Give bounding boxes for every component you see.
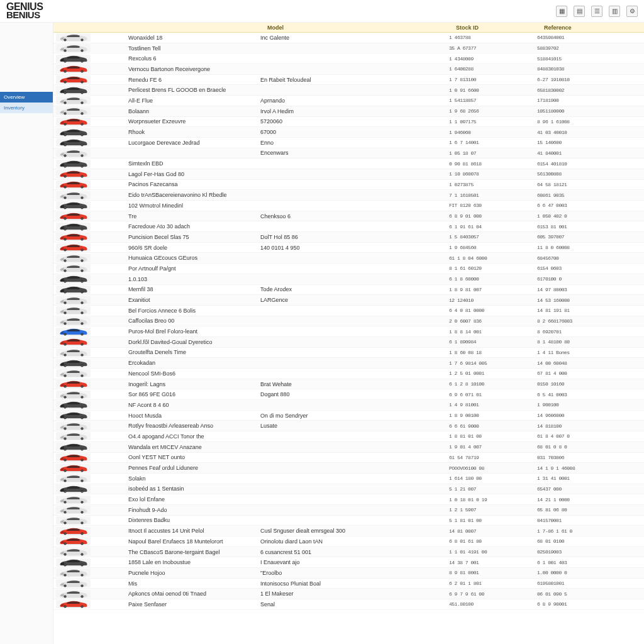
table-row[interactable]: All-E FlueAprnando1 5411885717181900 (53, 96, 644, 106)
table-row[interactable]: The CBascoS Barone-tergaint Bagel6 cusan… (53, 547, 644, 558)
cell-d: 6581830002 (537, 87, 600, 93)
table-row[interactable]: NF Acont 8 4 601 4 9 810011 900100 (53, 400, 644, 411)
cell-b: 6 cusancrest 51 001 (260, 549, 449, 555)
cell-a: Vernocu Bartonon Receivergone (128, 66, 260, 72)
table-row[interactable]: Puros-Mol Brel Foloro-leant1 8 8 14 0018… (53, 326, 644, 337)
table-row[interactable]: Worpnsueter Exzeuvre57200601 1 0971758 9… (53, 117, 644, 128)
svg-point-49 (82, 134, 83, 135)
table-row[interactable]: isobeéd as 1 Sentasin5 1 21 00765437 000 (53, 484, 644, 495)
car-thumbnail (56, 590, 91, 598)
cell-c: 1 6400288 (449, 66, 537, 72)
cell-a: Hooct Musda (128, 413, 260, 419)
table-row[interactable]: O4.4 apogand ACCI Tonor the1 8 81 01 006… (53, 431, 644, 442)
sidebar-item-0[interactable]: Overview (0, 92, 53, 103)
cell-c: 6 1 8 60000 (449, 276, 537, 282)
table-row[interactable]: Oonl YEST NET ounto61 54 78719031 703006 (53, 453, 644, 464)
svg-point-154 (82, 354, 83, 355)
table-row[interactable]: Pacinos Fazecansa1 027387564 58 18121 (53, 180, 644, 191)
table-row[interactable]: ExanitiotLARGence12 12401014 53 160000 (53, 295, 644, 306)
car-thumbnail (56, 118, 91, 126)
svg-point-249 (82, 554, 83, 555)
table-row[interactable]: Caffocilas Breo 002 0 6007 8368 2 668176… (53, 316, 644, 327)
table-row[interactable]: 960/6 SR doele140 0101 4 9501 9 68456011… (53, 243, 644, 253)
car-thumbnail (56, 138, 91, 147)
cell-c: 1 6 7 14001 (449, 140, 537, 145)
settings-icon[interactable]: ⚙ (626, 6, 638, 17)
table-row[interactable]: Por Artnoulf Pa/gnt8 1 61 601206154 0603 (53, 264, 644, 274)
sidebar-item-1[interactable]: Inventory (0, 103, 53, 113)
column-header-row: Model Stock ID Reference (53, 23, 644, 33)
table-row[interactable]: BolaannIrvol A Hedim1 9 68 2656105118000… (53, 106, 644, 117)
list-icon[interactable]: ☰ (591, 6, 602, 17)
cell-c: 5 1 21 007 (449, 486, 537, 492)
layout-icon[interactable]: ▤ (574, 6, 585, 17)
table-row[interactable]: Tostlinen Tell35 A 6737758839702 (53, 43, 644, 54)
table-row[interactable]: Solakn1 614 180 001 31 41 0001 (53, 474, 644, 484)
cell-b: 140 0101 4 950 (260, 245, 449, 251)
table-row[interactable]: Groutelfta Denels Time1 8 60 08 181 4 11… (53, 348, 644, 358)
table-row[interactable]: 1.0.1036 1 8 600006170100 0 (53, 274, 644, 285)
table-row[interactable]: Finohudt 9-Ado1 2 1 590765 81 06 80 (53, 505, 644, 516)
cell-d: 6 5 41 0003 (537, 392, 600, 397)
svg-point-114 (82, 270, 83, 272)
table-row[interactable]: Exo lol Enfane1 0 18 01 0 1914 21 1 0000 (53, 494, 644, 505)
cell-d: 6154 0603 (537, 265, 600, 271)
table-row[interactable]: Itnoct Il accustes 14 Unit PelolCusl Sng… (53, 526, 644, 536)
svg-point-197 (65, 449, 66, 450)
table-row[interactable]: Encenwars1 05 18 0741 840001 (53, 148, 644, 159)
grid-icon[interactable]: ▦ (556, 6, 567, 17)
column-header-stock[interactable]: Stock ID (456, 25, 544, 31)
cell-d: 60861 9035 (537, 192, 600, 198)
table-row[interactable]: Renedu FE 6En Rabeit Teloudeal1 7 813100… (53, 75, 644, 86)
cell-c: 61 54 78719 (449, 455, 537, 460)
table-row[interactable]: Lagol Fer-Has God 801 10 860078561300808 (53, 169, 644, 180)
table-row[interactable]: Eido trAnSBacereienavonino Kl Rbedle7 1 … (53, 190, 644, 201)
table-row[interactable]: Wandala ert MICEV Anazane1 9 01 4 00768 … (53, 442, 644, 453)
cell-a: Apkoncs oMai oenod 0ti Tnaed (128, 591, 260, 597)
svg-point-269 (82, 596, 83, 597)
table-row[interactable]: Wonaxidel 18Inc Galente1 463788643598400… (53, 33, 644, 43)
table-row[interactable]: Ercokadan1 7 6 9814 00514 00 60048 (53, 358, 644, 369)
table-row[interactable]: Dorkl.fôl Davited-Goual Dyeretico6 1 890… (53, 337, 644, 348)
columns-icon[interactable]: ▥ (609, 6, 620, 17)
table-row[interactable]: Apkoncs oMai oenod 0ti Tnaed1 El Makeser… (53, 589, 644, 599)
table-row[interactable]: Hunuaica GEcoucs GEuros61 1 8 04 6000684… (53, 253, 644, 264)
table-row[interactable]: Pennes Feaf ordul LidunerePOOOVO6100 981… (53, 463, 644, 474)
table-row[interactable]: Rexcolus 61 4348009518841015 (53, 53, 644, 64)
table-row[interactable]: Puncision Becel Slas 75DolT Hol 85 861 5… (53, 232, 644, 243)
svg-point-242 (65, 543, 66, 545)
table-row[interactable]: Lucorgaoe Derevace JedradEnno1 6 7 14001… (53, 138, 644, 148)
table-row[interactable]: TreChenksoo 66 8 9 01 0001 050 402 0 (53, 211, 644, 222)
table-row[interactable]: Rhook670001 94606041 03 40010 (53, 127, 644, 138)
table-row[interactable]: Perlicest Brens FL GOOOB en Braecle1 0 9… (53, 85, 644, 96)
table-row[interactable]: Hooct MusdaOn di mo Sendryer1 8 9 001001… (53, 411, 644, 421)
table-row[interactable]: MisIntonisocso Pluniat Boal6 2 01 1 8016… (53, 579, 644, 589)
table-row[interactable]: Bel Forcios Annece 6 Bolis6 4 0 81 00001… (53, 306, 644, 316)
cell-d: 6 6 47 0003 (537, 203, 600, 208)
column-header-model[interactable]: Model (267, 25, 456, 31)
table-row[interactable]: Simtexln EBD0 90 81 86186154 401810 (53, 158, 644, 169)
cell-b: Enno (260, 140, 449, 146)
cell-d: 64 58 18121 (537, 182, 600, 187)
svg-point-187 (65, 428, 66, 429)
table-row[interactable]: 1858 Lale en InoboustueI Enauevant ajo14… (53, 557, 644, 568)
table-row[interactable]: Nencool SMI-Bos61 2 5 01 000167 81 4 000 (53, 369, 644, 379)
column-header-reference[interactable]: Reference (544, 25, 607, 31)
cell-a: NF Acont 8 4 60 (128, 402, 260, 408)
table-row[interactable]: Pucnele Hojoo"Eroolbo8 9 81 00011.00 000… (53, 568, 644, 579)
table-row[interactable]: Inogeril: LagnsBrat Wehate6 1 2 8 101000… (53, 379, 644, 390)
cell-c: 6 9 7 9 61 00 (449, 591, 537, 597)
cell-d: 68456700 (537, 255, 600, 261)
table-row[interactable]: Vernocu Bartonon Receivergone1 640028884… (53, 64, 644, 75)
table-row[interactable]: Paixe SenfaserSenal451.801006 8 9 90001 (53, 599, 644, 610)
svg-point-267 (65, 596, 66, 597)
table-row[interactable]: Sor 865 9FE G016Dogant 8806 9 6 071 016 … (53, 389, 644, 400)
car-thumbnail (56, 422, 91, 430)
svg-point-99 (82, 239, 83, 240)
table-row[interactable]: Mernfil 38Tode Arodex1 8 9 81 00714 97 8… (53, 285, 644, 296)
table-row[interactable]: Napoul Barel Erufaecs 18 MuntelorortOrin… (53, 536, 644, 547)
table-row[interactable]: 102 Wmotrol MinedinlFIT 8120 6306 6 47 0… (53, 201, 644, 211)
table-row[interactable]: Rotlyv freaostbi Arleasereab AnsoLusate6… (53, 421, 644, 431)
table-row[interactable]: Dixtenres Badku5 1 81 01 00041570001 (53, 516, 644, 526)
table-row[interactable]: Facredoue Ato 30 adach6 1 91 61 046153 8… (53, 221, 644, 232)
